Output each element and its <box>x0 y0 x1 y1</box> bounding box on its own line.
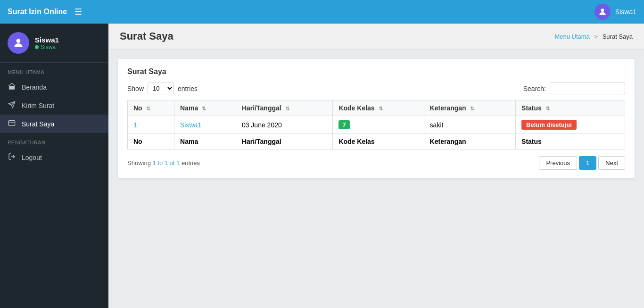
inbox-icon <box>8 119 16 128</box>
showing-highlight: 1 to 1 of 1 <box>152 159 180 166</box>
foot-col-nama: Nama <box>174 134 236 150</box>
breadcrumb-separator: > <box>594 33 598 40</box>
show-label: Show <box>127 85 144 92</box>
page-header: Surat Saya Menu Utama > Surat Saya <box>108 24 644 50</box>
search-box: Search: <box>523 83 625 94</box>
sidebar-item-logout[interactable]: Logout <box>0 148 108 166</box>
logout-icon <box>8 153 16 162</box>
col-status: Status ⇅ <box>516 100 625 116</box>
navbar-right: Siswa1 <box>594 4 636 20</box>
page-title: Surat Saya <box>120 30 173 42</box>
card-title: Surat Saya <box>127 67 625 76</box>
col-no: No ⇅ <box>128 100 174 116</box>
svg-point-0 <box>601 8 604 12</box>
sort-icon-kelas: ⇅ <box>379 106 383 111</box>
show-entries: Show 10 25 50 100 entries <box>127 83 198 94</box>
online-indicator <box>35 45 39 49</box>
sidebar-item-beranda-label: Beranda <box>22 83 47 91</box>
user-avatar-top <box>594 4 611 20</box>
previous-button[interactable]: Previous <box>539 156 577 170</box>
username-top: Siswa1 <box>615 8 636 16</box>
cell-hari-tanggal: 03 June 2020 <box>236 116 332 134</box>
svg-point-1 <box>17 39 21 43</box>
kode-kelas-badge: 7 <box>339 120 349 129</box>
cell-status: Belum disetujui <box>516 116 625 134</box>
avatar <box>8 32 29 54</box>
sidebar-item-surat-saya[interactable]: Surat Saya <box>0 115 108 133</box>
row-nama-link[interactable]: Siswa1 <box>180 121 201 129</box>
sidebar-item-kirim-surat-label: Kirim Surat <box>22 102 54 109</box>
search-label: Search: <box>523 85 546 92</box>
surat-saya-card: Surat Saya Show 10 25 50 100 entries Sea… <box>118 59 635 178</box>
status-badge: Belum disetujui <box>521 120 577 130</box>
entries-label: entries <box>178 85 198 92</box>
sidebar: Siswa1 Siswa Menu Utama Beranda Kirim Su… <box>0 24 108 308</box>
entries-select[interactable]: 10 25 50 100 <box>148 83 174 94</box>
app-title: Surat Izin Online <box>8 8 67 16</box>
breadcrumb-current: Surat Saya <box>603 33 633 40</box>
sort-icon-nama: ⇅ <box>202 106 206 111</box>
col-keterangan: Keterangan ⇅ <box>424 100 515 116</box>
breadcrumb: Menu Utama > Surat Saya <box>554 33 633 40</box>
sidebar-item-logout-label: Logout <box>22 154 42 161</box>
cell-kode-kelas: 7 <box>333 116 424 134</box>
sidebar-profile: Siswa1 Siswa <box>0 24 108 63</box>
home-icon <box>8 83 16 92</box>
search-input[interactable] <box>550 83 625 94</box>
col-kode-kelas: Kode Kelas ⇅ <box>333 100 424 116</box>
col-nama: Nama ⇅ <box>174 100 236 116</box>
hamburger-icon[interactable]: ☰ <box>74 7 82 17</box>
section-label-pengaturan: Pengaturan <box>0 133 108 148</box>
sidebar-item-kirim-surat[interactable]: Kirim Surat <box>0 96 108 115</box>
sidebar-item-surat-saya-label: Surat Saya <box>22 120 54 128</box>
profile-info: Siswa1 Siswa <box>35 36 59 50</box>
showing-text: Showing 1 to 1 of 1 entries <box>127 159 200 166</box>
profile-name: Siswa1 <box>35 36 59 44</box>
col-hari-tanggal: Hari/Tanggal ⇅ <box>236 100 332 116</box>
sidebar-item-beranda[interactable]: Beranda <box>0 78 108 96</box>
foot-col-hari-tanggal: Hari/Tanggal <box>236 134 332 150</box>
table-row: 1 Siswa1 03 June 2020 7 sakit Belum dise… <box>128 116 625 134</box>
row-no-link[interactable]: 1 <box>133 121 137 129</box>
foot-col-status: Status <box>516 134 625 150</box>
foot-col-kode-kelas: Kode Kelas <box>333 134 424 150</box>
pagination: Previous 1 Next <box>539 156 625 170</box>
svg-rect-3 <box>8 121 15 126</box>
foot-col-keterangan: Keterangan <box>424 134 515 150</box>
sort-icon-no: ⇅ <box>146 106 150 111</box>
navbar-left: Surat Izin Online ☰ <box>8 7 82 17</box>
next-button[interactable]: Next <box>598 156 625 170</box>
top-navbar: Surat Izin Online ☰ Siswa1 <box>0 0 644 24</box>
svg-rect-2 <box>9 86 15 89</box>
data-table: No ⇅ Nama ⇅ Hari/Tanggal ⇅ Kode Kelas ⇅ … <box>127 100 625 150</box>
sort-icon-status: ⇅ <box>545 106 550 111</box>
sort-icon-keterangan: ⇅ <box>470 106 474 111</box>
foot-col-no: No <box>128 134 174 150</box>
profile-role: Siswa <box>35 44 59 50</box>
breadcrumb-parent[interactable]: Menu Utama <box>554 33 589 40</box>
cell-nama: Siswa1 <box>174 116 236 134</box>
table-header: No ⇅ Nama ⇅ Hari/Tanggal ⇅ Kode Kelas ⇅ … <box>128 100 625 116</box>
table-footer-row: No Nama Hari/Tanggal Kode Kelas Keterang… <box>128 134 625 150</box>
main-content: Surat Saya Menu Utama > Surat Saya Surat… <box>108 24 644 308</box>
cell-keterangan: sakit <box>424 116 515 134</box>
layout: Siswa1 Siswa Menu Utama Beranda Kirim Su… <box>0 24 644 308</box>
table-footer: Showing 1 to 1 of 1 entries Previous 1 N… <box>127 156 625 170</box>
table-controls: Show 10 25 50 100 entries Search: <box>127 83 625 94</box>
page-1-button[interactable]: 1 <box>579 156 596 170</box>
table-body: 1 Siswa1 03 June 2020 7 sakit Belum dise… <box>128 116 625 134</box>
send-icon <box>8 101 16 110</box>
section-label-menu: Menu Utama <box>0 63 108 78</box>
cell-no: 1 <box>128 116 174 134</box>
sort-icon-tanggal: ⇅ <box>285 106 289 111</box>
